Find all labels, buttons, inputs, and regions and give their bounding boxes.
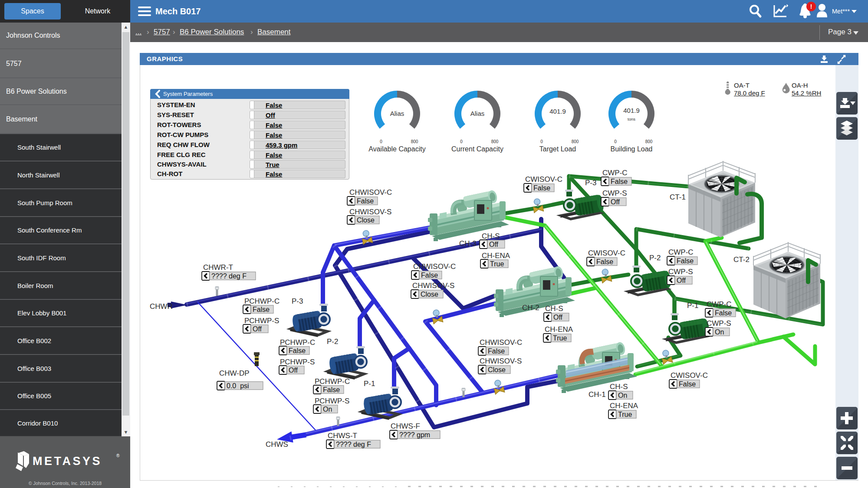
svg-text:On: On xyxy=(323,406,332,413)
svg-text:Mech B017: Mech B017 xyxy=(155,7,201,16)
svg-text:CWISOV-C: CWISOV-C xyxy=(588,249,625,257)
svg-text:CHWS-F: CHWS-F xyxy=(391,422,420,430)
svg-text:!: ! xyxy=(810,3,812,10)
svg-text:CH-2: CH-2 xyxy=(522,304,539,312)
svg-text:False: False xyxy=(289,347,306,354)
svg-text:On: On xyxy=(715,328,724,336)
svg-text:CH-1: CH-1 xyxy=(589,390,606,399)
svg-text:P-3: P-3 xyxy=(292,297,303,305)
svg-text:False: False xyxy=(253,306,270,313)
svg-text:False: False xyxy=(611,178,628,185)
svg-text:CHWS: CHWS xyxy=(266,440,288,449)
svg-text:P-3: P-3 xyxy=(585,179,596,187)
svg-text:False: False xyxy=(715,309,732,317)
svg-text:PCHWP-C: PCHWP-C xyxy=(244,297,279,305)
svg-text:CHWS-T: CHWS-T xyxy=(328,432,357,440)
svg-text:CT-2: CT-2 xyxy=(733,255,750,264)
svg-text:False: False xyxy=(421,272,438,279)
svg-text:True: True xyxy=(490,260,504,268)
svg-text:CWP-S: CWP-S xyxy=(602,189,627,197)
svg-text:Close: Close xyxy=(421,291,438,298)
svg-text:False: False xyxy=(677,257,694,265)
svg-text:P-2: P-2 xyxy=(649,254,661,262)
svg-text:CH-ENA: CH-ENA xyxy=(545,325,573,334)
svg-text:CH-S: CH-S xyxy=(545,305,563,313)
svg-text:P-1: P-1 xyxy=(687,301,698,310)
svg-text:False: False xyxy=(533,184,550,192)
svg-text:On: On xyxy=(618,392,627,399)
svg-text:0.0 psi: 0.0 psi xyxy=(227,382,249,390)
svg-text:CHWISOV-S: CHWISOV-S xyxy=(480,357,522,365)
svg-text:Off: Off xyxy=(489,241,499,248)
svg-text:© Johnson Controls, Inc. 2013-: © Johnson Controls, Inc. 2013-2018 xyxy=(29,481,102,486)
svg-text:CHWISOV-C: CHWISOV-C xyxy=(349,188,392,197)
svg-text:PCHWP-C: PCHWP-C xyxy=(315,377,350,386)
svg-text:®: ® xyxy=(116,453,120,458)
svg-text:CH-S: CH-S xyxy=(482,232,500,240)
svg-text:PCHWP-C: PCHWP-C xyxy=(280,338,315,347)
svg-text:Met***: Met*** xyxy=(832,8,850,15)
svg-text:???? deg F: ???? deg F xyxy=(336,441,371,448)
svg-text:CWP-S: CWP-S xyxy=(707,319,731,328)
svg-text:CWISOV-C: CWISOV-C xyxy=(525,175,562,183)
svg-text:CT-1: CT-1 xyxy=(670,193,686,201)
svg-text:CHWR-T: CHWR-T xyxy=(203,263,233,272)
svg-text:CWISOV-C: CWISOV-C xyxy=(671,371,708,380)
svg-text:CWP-C: CWP-C xyxy=(668,248,694,256)
svg-text:CWP-C: CWP-C xyxy=(707,300,732,308)
svg-text:PCHWP-S: PCHWP-S xyxy=(315,397,349,405)
svg-text:CWP-C: CWP-C xyxy=(602,169,628,177)
svg-text:CH-S: CH-S xyxy=(610,383,628,391)
svg-text:Off: Off xyxy=(253,325,262,333)
svg-text:CH-ENA: CH-ENA xyxy=(482,252,510,260)
svg-text:False: False xyxy=(323,386,340,393)
svg-text:CHWISOV-S: CHWISOV-S xyxy=(349,208,391,216)
svg-text:False: False xyxy=(357,197,374,205)
svg-text:P-2: P-2 xyxy=(327,337,338,346)
svg-text:CHWR: CHWR xyxy=(150,302,173,311)
svg-text:Close: Close xyxy=(357,216,375,224)
svg-text:Off: Off xyxy=(677,277,686,284)
svg-text:???? gpm: ???? gpm xyxy=(399,431,430,439)
svg-text:???? deg F: ???? deg F xyxy=(211,272,247,280)
svg-text:CHWISOV-C: CHWISOV-C xyxy=(413,262,456,271)
svg-text:Off: Off xyxy=(289,367,298,374)
svg-text:CH-ENA: CH-ENA xyxy=(610,402,638,410)
svg-text:True: True xyxy=(618,411,632,418)
svg-text:False: False xyxy=(679,380,696,388)
svg-text:Off: Off xyxy=(611,198,620,206)
svg-text:PCHWP-S: PCHWP-S xyxy=(244,317,279,325)
svg-text:Off: Off xyxy=(553,314,563,321)
svg-text:METASYS: METASYS xyxy=(33,455,102,468)
svg-text:CHWISOV-S: CHWISOV-S xyxy=(412,282,454,290)
svg-text:True: True xyxy=(553,334,567,342)
svg-text:PCHWP-S: PCHWP-S xyxy=(280,358,315,366)
svg-text:CHWISOV-C: CHWISOV-C xyxy=(480,338,522,347)
svg-text:CH-3: CH-3 xyxy=(459,239,477,248)
svg-text:CWP-S: CWP-S xyxy=(668,268,693,276)
svg-text:False: False xyxy=(596,258,613,265)
svg-text:CHW-DP: CHW-DP xyxy=(219,369,250,377)
svg-text:P-1: P-1 xyxy=(364,380,375,388)
svg-text:Close: Close xyxy=(488,366,506,373)
svg-text:False: False xyxy=(488,347,505,355)
